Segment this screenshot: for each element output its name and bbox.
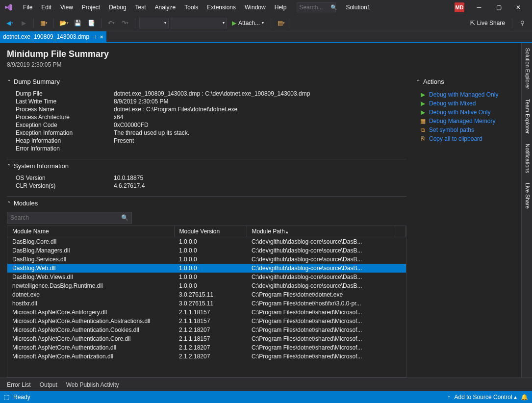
side-tab-notifications[interactable]: Notifications bbox=[522, 139, 532, 178]
col-module-path[interactable]: Module Path▴ bbox=[247, 226, 393, 237]
main-pane: Minidump File Summary 8/9/2019 2:30:05 P… bbox=[0, 43, 521, 378]
table-row[interactable]: hostfxr.dll3.0.27615.11C:\Program Files\… bbox=[7, 299, 406, 308]
col-module-name[interactable]: Module Name bbox=[7, 226, 174, 237]
sysinfo-value: 4.6.27617.4 bbox=[114, 182, 406, 189]
maximize-button[interactable]: ▢ bbox=[489, 0, 508, 15]
nav-forward-button[interactable]: ▶ bbox=[18, 17, 29, 29]
action-debug-with-managed-only[interactable]: ▶Debug with Managed Only bbox=[419, 91, 514, 98]
attach-button[interactable]: ▶ Attach... ▾ bbox=[229, 17, 267, 29]
dump-value: The thread used up its stack. bbox=[114, 129, 406, 136]
bottom-tool-tabs: Error ListOutputWeb Publish Activity bbox=[0, 378, 532, 391]
source-control-button[interactable]: Add to Source Control ▴ bbox=[455, 394, 517, 401]
config-dropdown[interactable]: ▾ bbox=[139, 18, 169, 28]
section-system-info[interactable]: ⌃ System Information bbox=[7, 159, 406, 173]
action-debug-managed-memory[interactable]: ▦Debug Managed Memory bbox=[419, 118, 514, 125]
menu-edit[interactable]: Edit bbox=[37, 0, 56, 15]
menu-extensions[interactable]: Extensions bbox=[203, 0, 240, 15]
menu-help[interactable]: Help bbox=[270, 0, 291, 15]
symbol-icon: ⧉ bbox=[419, 126, 426, 133]
menu-analyze[interactable]: Analyze bbox=[151, 0, 180, 15]
main-toolbar: ◀▾ ▶ ▦▾ 📂▾ 💾 📑 ↶▾ ↷▾ ▾ ▾ ▶ Attach... ▾ ▤… bbox=[0, 15, 532, 31]
table-row[interactable]: Microsoft.AspNetCore.Authentication.Core… bbox=[7, 334, 406, 343]
menu-bar: FileEditViewProjectDebugTestAnalyzeTools… bbox=[19, 0, 291, 15]
publish-icon[interactable]: ↑ bbox=[448, 394, 451, 401]
save-all-button[interactable]: 📑 bbox=[85, 17, 97, 29]
new-project-button[interactable]: ▦▾ bbox=[38, 17, 50, 29]
table-row[interactable]: dotnet.exe3.0.27615.11C:\Program Files\d… bbox=[7, 290, 406, 299]
title-bar: FileEditViewProjectDebugTestAnalyzeTools… bbox=[0, 0, 532, 15]
minimize-button[interactable]: ─ bbox=[469, 0, 489, 15]
table-row[interactable]: DasBlog.Core.dll1.0.0.0C:\dev\github\das… bbox=[7, 237, 406, 247]
table-row[interactable]: Microsoft.AspNetCore.Authorization.dll2.… bbox=[7, 352, 406, 361]
sysinfo-value: 10.0.18875 bbox=[114, 175, 406, 181]
dump-label: Heap Information bbox=[16, 137, 114, 144]
action-set-symbol-paths[interactable]: ⧉Set symbol paths bbox=[419, 126, 514, 133]
table-row[interactable]: DasBlog.Services.dll1.0.0.0C:\dev\github… bbox=[7, 255, 406, 264]
action-debug-with-native-only[interactable]: ▶Debug with Native Only bbox=[419, 109, 514, 116]
menu-window[interactable]: Window bbox=[240, 0, 270, 15]
menu-test[interactable]: Test bbox=[131, 0, 151, 15]
live-share-button[interactable]: ⇱ Live Share bbox=[467, 20, 508, 26]
table-row[interactable]: Microsoft.AspNetCore.Antiforgery.dll2.1.… bbox=[7, 308, 406, 317]
table-row[interactable]: Microsoft.AspNetCore.Authentication.Cook… bbox=[7, 326, 406, 334]
redo-button[interactable]: ↷▾ bbox=[119, 17, 131, 29]
bottom-tab-output[interactable]: Output bbox=[36, 379, 61, 390]
table-row[interactable]: DasBlog.Web.Views.dll1.0.0.0C:\dev\githu… bbox=[7, 273, 406, 281]
share-icon: ⇱ bbox=[470, 20, 475, 26]
side-tab-team-explorer[interactable]: Team Explorer bbox=[522, 94, 532, 139]
status-icon: ⬚ bbox=[4, 394, 9, 401]
save-button[interactable]: 💾 bbox=[72, 17, 83, 29]
search-icon: 🔍 bbox=[330, 4, 337, 11]
tab-dump-file[interactable]: dotnet.exe_190809_143003.dmp ⊣ ✕ bbox=[0, 31, 106, 42]
platform-dropdown[interactable]: ▾ bbox=[171, 18, 227, 28]
dump-value: dotnet.exe : C:\Program Files\dotnet\dot… bbox=[114, 106, 406, 113]
dump-value: x64 bbox=[114, 114, 406, 121]
table-row[interactable]: DasBlog.Web.dll1.0.0.0C:\dev\github\dasb… bbox=[7, 264, 406, 273]
col-module-version[interactable]: Module Version bbox=[174, 226, 247, 237]
notifications-icon[interactable]: 🔔 bbox=[521, 394, 528, 401]
open-file-button[interactable]: 📂▾ bbox=[58, 17, 70, 29]
step-button[interactable]: ▤▾ bbox=[275, 17, 287, 29]
dump-label: Error Information bbox=[16, 145, 114, 152]
live-share-more-button[interactable]: ⚲ bbox=[516, 17, 528, 29]
nav-back-button[interactable]: ◀▾ bbox=[4, 17, 16, 29]
section-dump-summary[interactable]: ⌃ Dump Summary bbox=[7, 75, 406, 88]
close-button[interactable]: ✕ bbox=[508, 0, 528, 15]
table-row[interactable]: DasBlog.Managers.dll1.0.0.0C:\dev\github… bbox=[7, 246, 406, 255]
dump-value: 8/9/2019 2:30:05 PM bbox=[114, 98, 406, 105]
play-icon: ▶ bbox=[419, 109, 426, 116]
table-row[interactable]: Microsoft.AspNetCore.Authentication.dll2… bbox=[7, 343, 406, 352]
action-debug-with-mixed[interactable]: ▶Debug with Mixed bbox=[419, 100, 514, 107]
quick-search[interactable]: 🔍 bbox=[297, 2, 336, 12]
section-actions[interactable]: ⌃ Actions bbox=[416, 75, 514, 88]
play-icon: ▶ bbox=[419, 91, 426, 98]
pin-icon[interactable]: ⊣ bbox=[92, 34, 97, 40]
menu-view[interactable]: View bbox=[56, 0, 77, 15]
menu-project[interactable]: Project bbox=[77, 0, 104, 15]
menu-tools[interactable]: Tools bbox=[180, 0, 203, 15]
menu-debug[interactable]: Debug bbox=[104, 0, 130, 15]
close-icon[interactable]: ✕ bbox=[100, 34, 103, 40]
section-modules[interactable]: ⌃ Modules bbox=[7, 196, 406, 210]
module-search[interactable]: 🔍 bbox=[7, 212, 132, 224]
side-tab-solution-explorer[interactable]: Solution Explorer bbox=[522, 43, 532, 94]
caret-icon: ⌃ bbox=[7, 79, 11, 84]
side-tab-live-share[interactable]: Live Share bbox=[522, 178, 532, 214]
page-subtitle: 8/9/2019 2:30:05 PM bbox=[7, 61, 514, 68]
dump-value: Present bbox=[114, 137, 406, 144]
table-row[interactable]: newtelligence.DasBlog.Runtime.dll1.0.0.0… bbox=[7, 281, 406, 290]
undo-button[interactable]: ↶▾ bbox=[105, 17, 117, 29]
dump-label: Process Name bbox=[16, 106, 114, 113]
status-bar: ⬚ Ready ↑ Add to Source Control ▴ 🔔 bbox=[0, 391, 532, 403]
module-search-input[interactable] bbox=[10, 214, 121, 221]
sysinfo-label: OS Version bbox=[16, 175, 114, 181]
action-copy-all-to-clipboard[interactable]: ⎘Copy all to clipboard bbox=[419, 135, 514, 142]
status-ready: Ready bbox=[13, 394, 30, 401]
table-row[interactable]: Microsoft.AspNetCore.Authentication.Abst… bbox=[7, 317, 406, 326]
menu-file[interactable]: File bbox=[19, 0, 37, 15]
play-icon: ▶ bbox=[232, 20, 236, 26]
bottom-tab-web-publish-activity[interactable]: Web Publish Activity bbox=[62, 379, 123, 390]
user-avatar[interactable]: MD bbox=[455, 2, 464, 12]
bottom-tab-error-list[interactable]: Error List bbox=[3, 379, 35, 390]
search-input[interactable] bbox=[299, 4, 329, 11]
